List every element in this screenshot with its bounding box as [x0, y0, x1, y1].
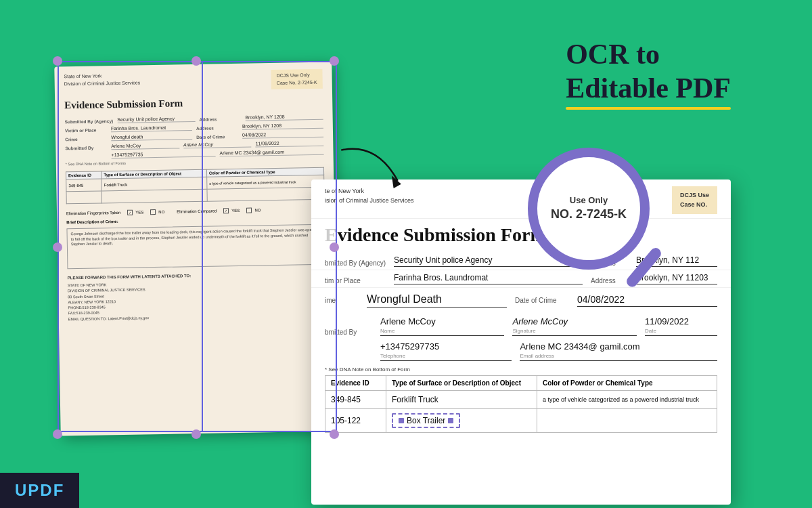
ocr-title-line2: Editable PDF: [566, 72, 731, 104]
edit-email-lbl: Email address: [520, 353, 717, 359]
edit-sig-lbl: Signature: [512, 328, 636, 334]
title-underline: [566, 107, 731, 110]
edit-title-e: E: [325, 224, 338, 245]
edit-ev2-type[interactable]: Box Trailer: [386, 408, 537, 432]
edit-submitted-sig[interactable]: Arlene McCoy Signature: [512, 316, 636, 336]
edit-email-val: Arlene MC 23434@ gamil.com: [520, 341, 717, 352]
edit-evidence-row-2: 105-122 Box Trailer: [325, 408, 717, 432]
orig-doc-header: State of New York Division of Criminal J…: [54, 62, 332, 96]
edit-col-id: Evidence ID: [325, 375, 386, 390]
edit-tel-val: +13475297735: [380, 341, 512, 352]
orig-brief-desc: George Johnson discharged the box traile…: [66, 224, 325, 270]
handle-left-mid[interactable]: [53, 242, 62, 252]
edit-name-val: Arlene McCoy: [380, 316, 504, 326]
edit-submitted-name[interactable]: Arlene McCoy Name: [380, 316, 504, 336]
orig-header-left: State of New York Division of Criminal J…: [64, 72, 140, 93]
handle-top-left[interactable]: [53, 56, 62, 66]
edit-dcjs: DCJS Use: [680, 190, 709, 200]
edit-doc-label: Date of Crime: [515, 297, 569, 304]
edit-title-text: vidence Submission Form: [338, 224, 546, 245]
edit-contact-row: +13475297735 Telephone Arlene MC 23434@ …: [311, 339, 731, 364]
edit-col-type: Type of Surface or Description of Object: [386, 375, 537, 390]
edit-agency-label: bmitted By (Agency): [325, 259, 386, 267]
edit-caseno: Case NO.: [680, 200, 709, 209]
handle-bottom-right[interactable]: [330, 429, 339, 439]
magnifier-lens: Use Only NO. 2-7245-K: [528, 148, 650, 270]
edit-submitted-row: bmitted By Arlene McCoy Name Arlene McCo…: [311, 314, 731, 339]
edit-dna-note: * See DNA Note on Bottom of Form: [311, 364, 731, 374]
edit-telephone[interactable]: +13475297735 Telephone: [380, 341, 512, 361]
edit-ev2-color[interactable]: [537, 408, 717, 432]
orig-division: Division of Criminal Justice Services: [64, 79, 141, 87]
handle-top-right[interactable]: [330, 56, 339, 66]
magnifier-use-only: Use Only NO. 2-7245-K: [545, 190, 632, 228]
ocr-title-line1: OCR to: [566, 39, 660, 70]
edit-tel-lbl: Telephone: [380, 353, 512, 359]
box-trailer-handle-left[interactable]: [399, 418, 404, 423]
original-document: State of New York Division of Criminal J…: [54, 62, 338, 436]
updf-u: U: [15, 481, 28, 499]
edit-ev1-color[interactable]: a type of vehicle categorized as a power…: [537, 390, 717, 408]
selection-vline: [202, 61, 203, 432]
updf-logo[interactable]: UPDF: [0, 473, 79, 508]
edit-ev1-type[interactable]: Forklift Truck: [386, 390, 537, 408]
updf-logo-text: UPDF: [15, 481, 64, 500]
orig-evidence-table: Evidence ID Type of Surface or Descripti…: [66, 167, 325, 205]
magnifier-use-only-text: Use Only: [551, 195, 627, 207]
edit-date-val: 11/09/2022: [645, 316, 717, 326]
edit-crime-value[interactable]: Wrongful Death: [367, 293, 507, 308]
updf-pdf: PDF: [28, 481, 64, 499]
orig-caseno: Case No. 2-7245-K: [277, 79, 317, 87]
edit-evidence-table: Evidence ID Type of Surface or Descripti…: [325, 375, 717, 433]
handle-top-mid[interactable]: [191, 56, 201, 66]
edit-submitted-date[interactable]: 11/09/2022 Date: [645, 316, 717, 336]
magnifier: Use Only NO. 2-7245-K: [528, 148, 677, 297]
handle-bottom-left[interactable]: [53, 429, 62, 439]
orig-header-right: DCJS Use Only Case No. 2-7245-K: [271, 69, 322, 89]
edit-crime-label: ime: [325, 297, 359, 304]
ocr-title: OCR to Editable PDF: [566, 37, 731, 110]
edit-submitted-label: bmitted By: [325, 329, 372, 336]
edit-header-right: DCJS Use Case NO.: [672, 186, 717, 214]
edit-date-lbl: Date: [645, 328, 717, 334]
edit-email[interactable]: Arlene MC 23434@ gamil.com Email address: [520, 341, 717, 361]
magnifier-caseno-text: NO. 2-7245-K: [551, 207, 627, 222]
handle-bottom-mid[interactable]: [191, 429, 201, 439]
edit-ev1-id[interactable]: 349-845: [325, 390, 386, 408]
box-trailer-text: Box Trailer: [407, 416, 445, 425]
edit-victim-label: tim or Place: [325, 277, 386, 284]
box-trailer-handle-right[interactable]: [448, 418, 453, 423]
edit-col-color: Color of Powder or Chemical Type: [537, 375, 717, 390]
handle-right-mid[interactable]: [330, 242, 339, 252]
edit-evidence-row-1: 349-845 Forklift Truck a type of vehicle…: [325, 390, 717, 408]
edit-sig-val: Arlene McCoy: [512, 316, 636, 326]
orig-address-block: STATE OF NEW YORK DIVISION OF CRIMINAL J…: [58, 276, 336, 323]
edit-name-lbl: Name: [380, 328, 504, 334]
